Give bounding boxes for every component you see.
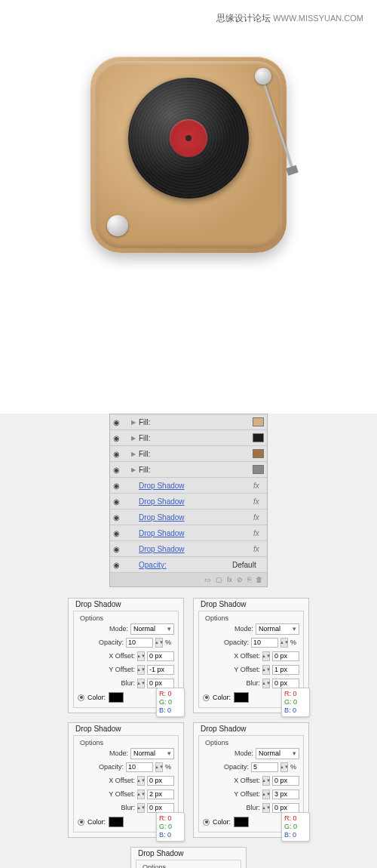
effect-row[interactable]: ◉ Drop Shadow fx <box>110 509 267 525</box>
opacity-input[interactable]: 10 <box>251 638 278 648</box>
effect-row[interactable]: ◉ Drop Shadow fx <box>110 525 267 541</box>
visibility-icon[interactable]: ◉ <box>110 513 122 522</box>
xoffset-input[interactable]: 0 px <box>272 776 299 786</box>
rgb-r: R: 0 <box>284 690 307 698</box>
duplicate-icon[interactable]: ⎘ <box>247 576 251 583</box>
color-swatch[interactable] <box>234 817 249 827</box>
color-label: Color: <box>87 694 106 701</box>
mode-select[interactable]: Normal <box>256 623 299 635</box>
mode-select[interactable]: Normal <box>130 623 174 635</box>
stepper-icon[interactable]: ▲▼ <box>280 638 288 648</box>
xoffset-input[interactable]: 0 px <box>147 651 174 661</box>
disclosure-icon[interactable]: ▶ <box>131 451 139 457</box>
disclosure-icon[interactable]: ▶ <box>131 419 139 426</box>
yoffset-input[interactable]: 3 px <box>272 790 299 799</box>
visibility-icon[interactable]: ◉ <box>110 482 122 490</box>
stepper-icon[interactable]: ▲▼ <box>155 762 163 772</box>
rgb-g: G: 0 <box>284 698 307 706</box>
clear-icon[interactable]: ⊘ <box>237 576 243 583</box>
visibility-icon[interactable]: ◉ <box>110 450 122 458</box>
visibility-icon[interactable]: ◉ <box>110 497 122 506</box>
stepper-icon[interactable]: ▲▼ <box>137 651 145 661</box>
trash-icon[interactable]: 🗑 <box>256 576 262 583</box>
opacity-label: Opacity: <box>78 639 124 646</box>
rgb-b: B: 0 <box>284 706 307 715</box>
color-swatch[interactable] <box>253 449 264 458</box>
visibility-icon[interactable]: ◉ <box>110 434 122 442</box>
stepper-icon[interactable]: ▲▼ <box>137 803 145 813</box>
dialog-title: Drop Shadow <box>73 600 124 608</box>
visibility-icon[interactable]: ◉ <box>110 418 122 426</box>
disclosure-icon[interactable]: ▶ <box>131 466 139 473</box>
new-stroke-icon[interactable]: ▢ <box>216 576 222 583</box>
stepper-icon[interactable]: ▲▼ <box>262 803 270 813</box>
opacity-input[interactable]: 10 <box>126 762 153 772</box>
color-radio[interactable] <box>203 694 210 701</box>
xoffset-input[interactable]: 0 px <box>272 651 299 661</box>
color-radio[interactable] <box>78 694 84 701</box>
visibility-icon[interactable]: ◉ <box>110 545 122 553</box>
yoffset-input[interactable]: 2 px <box>147 790 174 799</box>
stepper-icon[interactable]: ▲▼ <box>262 679 270 688</box>
stepper-icon[interactable]: ▲▼ <box>262 776 270 786</box>
blur-input[interactable]: 0 px <box>147 803 174 813</box>
fx-badge: fx <box>253 497 267 506</box>
fill-row[interactable]: ◉ ▶ Fill: <box>110 462 267 478</box>
effect-link[interactable]: Drop Shadow <box>139 545 253 553</box>
stepper-icon[interactable]: ▲▼ <box>155 638 163 648</box>
blur-input[interactable]: 0 px <box>272 679 299 688</box>
opacity-label[interactable]: Opacity: <box>139 561 232 569</box>
fx-icon[interactable]: fx <box>227 576 232 583</box>
mode-select[interactable]: Normal <box>130 748 174 759</box>
effect-row[interactable]: ◉ Drop Shadow fx <box>110 494 267 509</box>
effect-link[interactable]: Drop Shadow <box>139 482 253 490</box>
color-radio[interactable] <box>203 819 210 826</box>
stepper-icon[interactable]: ▲▼ <box>137 665 145 675</box>
fill-row[interactable]: ◉ ▶ Fill: <box>110 414 267 430</box>
stepper-icon[interactable]: ▲▼ <box>137 776 145 786</box>
opacity-input[interactable]: 10 <box>126 638 153 648</box>
effect-link[interactable]: Drop Shadow <box>139 529 253 537</box>
effect-link[interactable]: Drop Shadow <box>139 497 253 506</box>
color-swatch[interactable] <box>253 465 264 474</box>
visibility-icon[interactable]: ◉ <box>110 561 122 569</box>
stepper-icon[interactable]: ▲▼ <box>137 679 145 688</box>
visibility-icon[interactable]: ◉ <box>110 466 122 474</box>
color-swatch[interactable] <box>109 817 124 827</box>
opacity-label: Opacity: <box>78 763 124 771</box>
color-radio[interactable] <box>78 819 84 826</box>
rgb-chip: R: 0 G: 0 B: 0 <box>156 812 185 842</box>
blur-input[interactable]: 0 px <box>272 803 299 813</box>
stepper-icon[interactable]: ▲▼ <box>262 651 270 661</box>
yoffset-label: Y Offset: <box>78 790 135 798</box>
color-swatch[interactable] <box>253 433 264 442</box>
xoffset-input[interactable]: 0 px <box>147 776 174 786</box>
fill-row[interactable]: ◉ ▶ Fill: <box>110 430 267 446</box>
effect-row[interactable]: ◉ Drop Shadow fx <box>110 541 267 557</box>
effect-link[interactable]: Drop Shadow <box>139 513 253 522</box>
yoffset-label: Y Offset: <box>203 666 260 673</box>
opacity-row[interactable]: ◉ Opacity: Default <box>110 557 267 573</box>
stepper-icon[interactable]: ▲▼ <box>137 790 145 799</box>
color-swatch[interactable] <box>253 417 264 426</box>
opacity-input[interactable]: 5 <box>251 762 278 772</box>
stepper-icon[interactable]: ▲▼ <box>262 790 270 799</box>
new-fill-icon[interactable]: ▭ <box>204 576 211 583</box>
stepper-icon[interactable]: ▲▼ <box>280 762 288 772</box>
disclosure-icon[interactable]: ▶ <box>131 435 139 442</box>
color-label: Color: <box>213 818 231 826</box>
blur-input[interactable]: 0 px <box>147 679 174 688</box>
stepper-icon[interactable]: ▲▼ <box>262 665 270 675</box>
rgb-r: R: 0 <box>159 690 182 698</box>
mode-select[interactable]: Normal <box>256 748 299 759</box>
color-swatch[interactable] <box>109 692 124 703</box>
dialog-title: Drop Shadow <box>198 725 249 733</box>
visibility-icon[interactable]: ◉ <box>110 529 122 537</box>
fill-row[interactable]: ◉ ▶ Fill: <box>110 446 267 462</box>
yoffset-input[interactable]: -1 px <box>147 665 174 675</box>
yoffset-input[interactable]: 1 px <box>272 665 299 675</box>
color-swatch[interactable] <box>234 692 249 703</box>
options-fieldset: Options Mode: Normal Opacity: 30 ▲▼ % X … <box>136 860 241 868</box>
blur-label: Blur: <box>203 679 260 687</box>
effect-row[interactable]: ◉ Drop Shadow fx <box>110 478 267 494</box>
